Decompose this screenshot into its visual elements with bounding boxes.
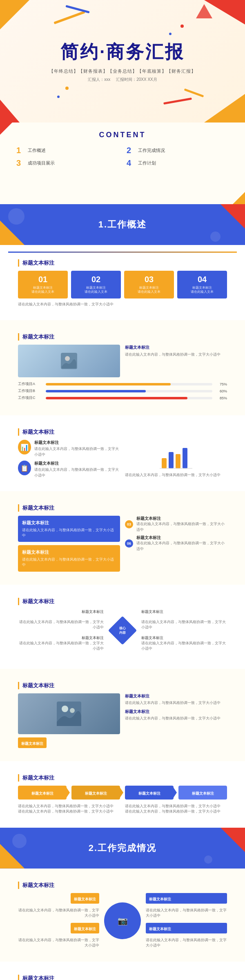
blue-box-1: 标题文本标注 请在此输入文本内容，与整体风格协调一致，文字大小适中: [18, 516, 120, 542]
num-box-2-num: 02: [74, 275, 118, 284]
deco-corner-bl: [0, 90, 33, 122]
svg-point-9: [70, 708, 75, 713]
text-col-1-heading: 标题文本标注: [125, 345, 227, 350]
progress-row-1: 工作项目A 75%: [18, 381, 227, 387]
progress-label-3: 工作项目C: [18, 395, 42, 401]
progress-pct-3: 85%: [216, 396, 227, 400]
pencil-deco-4: [184, 89, 204, 98]
diamond-right-texts: 标题文本标注 请在此输入文本内容，与整体风格协调一致，文字大小适中 标题文本标注…: [141, 609, 227, 652]
num-box-4-num: 04: [180, 275, 225, 284]
text-col-1: 标题文本标注 请在此输入文本内容，与整体风格协调一致，文字大小适中: [125, 345, 227, 377]
icon-doc: 📋: [20, 464, 29, 472]
content-slide-1: 标题文本标注 01 标题文本标注请在此输入文本 02 标题文本标注请在此输入文本…: [0, 245, 245, 320]
radial-right: 标题文本标注 请在此输入文本内容，与整体风格协调一致，文字大小适中 标题文本标注…: [146, 893, 227, 949]
icons-two-col: 📊 标题文本标注 请在此输入文本内容，与整体风格协调一致，文字大小适中 📋 标题…: [18, 440, 227, 478]
diamond-label: 核心内容: [110, 618, 135, 643]
svg-point-1: [65, 356, 70, 361]
box-left: 标题文本标注 请在此输入文本内容，与整体风格协调一致，文字大小适中 标题文本标注…: [18, 516, 120, 571]
dot-2: [169, 33, 172, 35]
right-title-1: 标题文本标注: [136, 516, 227, 521]
arrow-3-tip: [174, 788, 177, 797]
right-body-2: 请在此输入文本内容，与整体风格协调一致，文字大小适中: [136, 541, 227, 552]
section2-title: 2.工作完成情况: [89, 842, 156, 854]
content-slide-8: 标题文本标注 标题文本标注 请在此输入文本内容，与整体风格协调一致，文字大小适中…: [0, 869, 245, 962]
photo-col-2: 标题文本标注: [18, 693, 120, 748]
right-items: 03 标题文本标注 请在此输入文本内容，与整体风格协调一致，文字大小适中 06 …: [125, 516, 227, 552]
toc-item-2: 2 工作完成情况: [127, 146, 229, 155]
num-box-1-num: 01: [20, 275, 65, 284]
dot-3: [65, 87, 69, 90]
content-slide-5-inner: 标题文本标注 标题文本标注 请在此输入文本内容，与整体风格协调一致，文字大小适中…: [8, 591, 237, 662]
toc-item-4: 4 工作计划: [127, 158, 229, 168]
num-box-2-text: 标题文本标注请在此输入文本: [74, 286, 118, 294]
section2-header: 2.工作完成情况: [0, 828, 245, 869]
heading-6: 标题文本标注: [18, 682, 227, 689]
toc-item-3: 3 成功项目展示: [16, 158, 118, 168]
content-slide-1-inner: 标题文本标注 01 标题文本标注请在此输入文本 02 标题文本标注请在此输入文本…: [8, 253, 237, 314]
blue-box-1-text: 请在此输入文本内容，与整体风格协调一致，文字大小适中: [22, 528, 116, 538]
dot-4: [57, 96, 60, 98]
photo-1: [18, 345, 120, 377]
icon-item-2: 📋 标题文本标注 请在此输入文本内容，与整体风格协调一致，文字大小适中: [18, 461, 120, 478]
bar-chart-icon: [160, 442, 192, 470]
radial-badge-3-text: 标题文本标注: [149, 897, 171, 901]
sec1-bubble1: [8, 208, 24, 225]
yellow-box-1-text: 请在此输入文本内容，与整体风格协调一致，文字大小适中: [22, 557, 116, 567]
right-item-1: 03 标题文本标注 请在此输入文本内容，与整体风格协调一致，文字大小适中: [125, 516, 227, 532]
yellow-box-1-title: 标题文本标注: [22, 549, 116, 555]
date-label: 汇报时间：20XX XX月: [116, 77, 157, 82]
arrow-2: 标题文本标注: [71, 786, 120, 800]
num-box-4-text: 标题文本标注请在此输入文本: [180, 286, 225, 294]
text-item-2-title: 标题文本标注: [125, 709, 227, 715]
radial-left-body-2: 请在此输入文本内容，与整体风格协调一致，文字大小适中: [18, 938, 99, 949]
icon-text-1: 标题文本标注 请在此输入文本内容，与整体风格协调一致，文字大小适中: [34, 440, 120, 457]
arrow-text-2: 请在此输入文本内容，与整体风格协调一致，文字大小适中: [18, 809, 120, 815]
radial-right-body-1: 请在此输入文本内容，与整体风格协调一致，文字大小适中: [146, 908, 227, 919]
progress-bg-2: [46, 390, 212, 392]
text-item-1-title: 标题文本标注: [125, 693, 227, 699]
arrow-text-3: 请在此输入文本内容，与整体风格协调一致，文字大小适中: [125, 804, 227, 809]
progress-label-1: 工作项目A: [18, 381, 42, 387]
toc-grid: 1 工作概述 2 工作完成情况 3 成功项目展示 4 工作计划: [16, 146, 229, 168]
toc-label-2: 工作完成情况: [138, 147, 165, 154]
heading-5: 标题文本标注: [18, 598, 227, 605]
chart-visual: [125, 440, 227, 472]
slide-toc: CONTENT 1 工作概述 2 工作完成情况 3 成功项目展示 4 工作计划: [0, 122, 245, 204]
num-box-3: 03 标题文本标注请在此输入文本: [124, 271, 174, 298]
section1-corner-tr: [220, 204, 245, 229]
heading-9: 标题文本标注: [18, 975, 227, 980]
pencil-deco-2: [65, 5, 89, 13]
icon-title-2: 标题文本标注: [34, 461, 120, 466]
arrow-4-text: 标题文本标注: [192, 791, 214, 795]
progress-fill-2: [46, 390, 146, 392]
content-slide-9: 标题文本标注 📈 标题文本标注: [0, 962, 245, 980]
progress-label-2: 工作项目B: [18, 388, 42, 394]
content-slide-8-inner: 标题文本标注 标题文本标注 请在此输入文本内容，与整体风格协调一致，文字大小适中…: [8, 875, 237, 955]
center-circle: 📷: [104, 902, 141, 939]
diamond-lt-body-2: 请在此输入文本内容，与整体风格协调一致，文字大小适中: [18, 641, 104, 652]
photo-badge-text: 标题文本标注: [21, 742, 43, 746]
radial-right-body-2: 请在此输入文本内容，与整体风格协调一致，文字大小适中: [146, 938, 227, 949]
progress-row-3: 工作项目C 85%: [18, 395, 227, 401]
progress-pct-1: 75%: [216, 382, 227, 386]
section1-title: 1.工作概述: [98, 218, 147, 231]
arrow-text-4: 请在此输入文本内容，与整体风格协调一致，文字大小适中: [125, 809, 227, 815]
icons-col-right: 请在此输入文本内容，与整体风格协调一致，文字大小适中: [125, 440, 227, 478]
progress-fill-1: [46, 383, 171, 385]
svg-rect-5: [183, 448, 187, 468]
arrow-4: 标题文本标注: [178, 786, 227, 800]
page-info: 汇报人：xxx 汇报时间：20XX XX月: [88, 77, 157, 82]
section1-header: 1.工作概述: [0, 204, 245, 245]
text-item-1: 标题文本标注 请在此输入文本内容，与整体风格协调一致，文字大小适中: [125, 693, 227, 706]
arrow-texts: 请在此输入文本内容，与整体风格协调一致，文字大小适中 请在此输入文本内容，与整体…: [18, 804, 227, 815]
content-slide-7-inner: 标题文本标注 标题文本标注 标题文本标注 标题文本标注 标题文本标注: [8, 768, 237, 821]
icon-text-2: 标题文本标注 请在此输入文本内容，与整体风格协调一致，文字大小适中: [34, 461, 120, 478]
right-text-items: 标题文本标注 请在此输入文本内容，与整体风格协调一致，文字大小适中 标题文本标注…: [125, 693, 227, 722]
right-text-1: 标题文本标注 请在此输入文本内容，与整体风格协调一致，文字大小适中: [136, 516, 227, 532]
radial-center: 📷: [104, 902, 141, 939]
num-box-3-num: 03: [127, 275, 172, 284]
arrow-1: 标题文本标注: [18, 786, 67, 800]
progress-section: 工作项目A 75% 工作项目B 60% 工作项目C 85%: [18, 381, 227, 401]
arrow-text-1: 请在此输入文本内容，与整体风格协调一致，文字大小适中: [18, 804, 120, 809]
section1-corner-bl: [0, 220, 24, 245]
